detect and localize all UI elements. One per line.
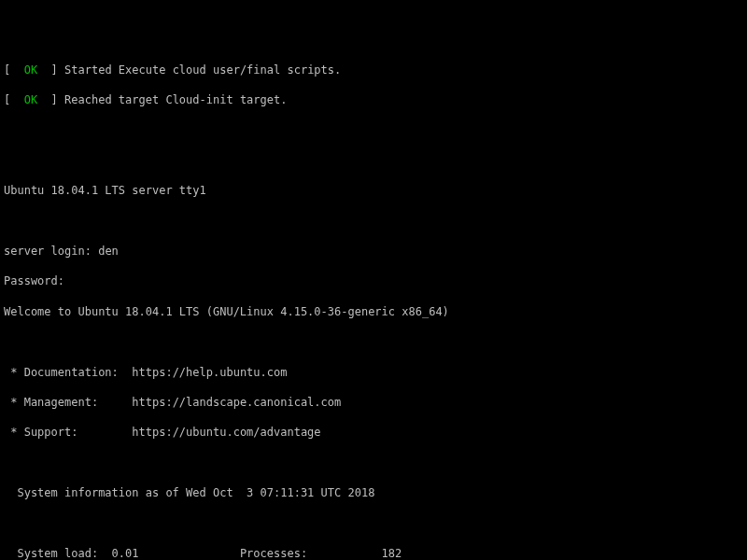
blank-line <box>4 123 743 138</box>
boot-message: Started Execute cloud user/final scripts… <box>64 63 341 77</box>
sysinfo-label: System load: <box>4 547 112 560</box>
help-url: https://help.ubuntu.com <box>132 366 287 379</box>
bracket: ] <box>37 93 64 106</box>
help-label: * Documentation: <box>4 366 132 379</box>
boot-line: [ OK ] Reached target Cloud-init target. <box>4 92 743 107</box>
help-label: * Management: <box>4 396 132 409</box>
login-username[interactable]: den <box>98 245 119 258</box>
help-support-line: * Support: https://ubuntu.com/advantage <box>4 425 743 440</box>
bracket: [ <box>4 93 24 106</box>
login-prompt: server login: <box>4 245 98 258</box>
blank-line <box>4 334 743 349</box>
help-mgmt-line: * Management: https://landscape.canonica… <box>4 395 743 410</box>
bracket: ] <box>37 63 64 77</box>
help-url: https://landscape.canonical.com <box>132 396 341 409</box>
sysinfo-value: 0.01 <box>112 547 139 560</box>
password-line[interactable]: Password: <box>4 273 743 288</box>
login-line: server login: den <box>4 244 743 259</box>
blank-line <box>4 455 743 470</box>
bracket: [ <box>4 63 24 77</box>
help-url: https://ubuntu.com/advantage <box>132 426 320 439</box>
boot-line: [ OK ] Started Execute cloud user/final … <box>4 63 743 77</box>
sysinfo-value: 182 <box>382 547 402 560</box>
blank-line <box>4 153 743 168</box>
status-ok-icon: OK <box>24 63 37 77</box>
sysinfo-header: System information as of Wed Oct 3 07:11… <box>4 485 743 500</box>
blank-line <box>4 515 743 530</box>
sysinfo-row: System load: 0.01 Processes: 182 <box>4 546 743 560</box>
status-ok-icon: OK <box>24 93 37 106</box>
help-label: * Support: <box>4 426 132 439</box>
blank-line <box>4 214 743 229</box>
boot-message: Reached target Cloud-init target. <box>64 93 287 106</box>
welcome-line: Welcome to Ubuntu 18.04.1 LTS (GNU/Linux… <box>4 304 743 319</box>
help-doc-line: * Documentation: https://help.ubuntu.com <box>4 365 743 380</box>
sysinfo-label: Processes: <box>240 547 382 560</box>
issue-line: Ubuntu 18.04.1 LTS server tty1 <box>4 183 743 198</box>
